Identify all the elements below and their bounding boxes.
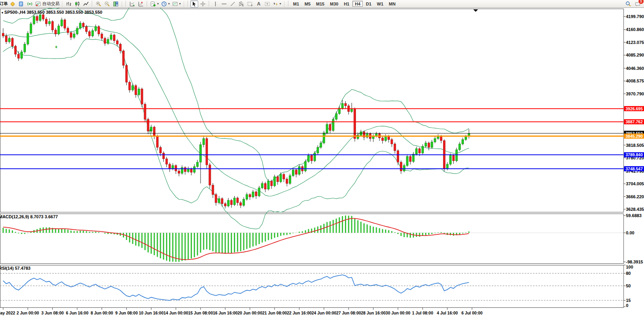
timeframe-H4[interactable]: H4 [352, 1, 363, 7]
signals-icon[interactable] [26, 0, 34, 7]
timeframe-MN[interactable]: MN [387, 1, 398, 7]
macd-panel[interactable] [0, 214, 624, 264]
timeframe-M15[interactable]: M15 [314, 1, 327, 7]
toolbar-separator [288, 1, 289, 7]
rsi-tick-label: 80 [626, 271, 631, 276]
candlestick-chart-icon[interactable] [73, 0, 81, 7]
timeframe-W1[interactable]: W1 [374, 1, 386, 7]
chevron-down-icon: ▼ [179, 2, 181, 5]
timeframe-H1[interactable]: H1 [341, 1, 352, 7]
price-box-3748.547: 3748.547 [624, 166, 644, 171]
time-tick-label: 27 Jun 08:00 [336, 311, 361, 315]
templates-icon[interactable]: ▼ [171, 0, 182, 7]
time-tick-label: 31 May 2022 [0, 311, 15, 315]
zoom-out-icon[interactable] [103, 0, 111, 7]
svg-text:A: A [257, 1, 261, 7]
macd-tick-label: 0.00 [626, 230, 634, 235]
chevron-down-icon: ▼ [168, 2, 170, 5]
notification-badge: 1 [638, 0, 644, 4]
chart-shift-icon[interactable] [137, 0, 145, 7]
timeframe-M5[interactable]: M5 [302, 1, 313, 7]
notifications-chat-icon[interactable]: 1 [635, 1, 641, 7]
timeframe-D1[interactable]: D1 [363, 1, 374, 7]
price-tick-label: 4199.790 [626, 14, 644, 19]
time-tick-label: 15 Jun 08:00 [188, 311, 213, 315]
price-tick-label: 3704.005 [626, 181, 644, 186]
price-tick-label: 3818.505 [626, 143, 644, 148]
plus-marker[interactable]: + [149, 128, 151, 133]
search-icon[interactable] [625, 1, 631, 7]
autotrading-label: 自动交易 [42, 1, 60, 7]
price-tick-label: 3666.220 [626, 194, 644, 199]
line-chart-icon[interactable] [82, 0, 90, 7]
price-box-3887.762: 3887.762 [624, 119, 644, 124]
zoom-in-icon[interactable] [95, 0, 102, 7]
time-tick-label: 24 Jun 00:00 [312, 311, 336, 315]
cursor-icon[interactable] [190, 0, 198, 7]
time-tick-label: 21 Jun 08:00 [262, 311, 287, 315]
price-box-3845.290: 3845.290 [624, 133, 644, 139]
channel-tool-icon[interactable]: F [246, 0, 254, 7]
rsi-tick-label: 15 [626, 298, 631, 303]
time-tick-label: 8 Jun 00:00 [91, 311, 113, 315]
time-tick-label: 6 Jul 00:00 [462, 311, 483, 315]
price-tick-label: 3970.790 [626, 91, 644, 96]
time-tick-label: 10 Jun 16:00 [139, 311, 164, 315]
price-tick-label: 4160.860 [626, 27, 644, 32]
svg-text:3789.840: 3789.840 [626, 152, 643, 157]
time-tick-label: 16 Jun 16:00 [213, 311, 237, 315]
chart-canvas[interactable]: ++4199.7904160.8604123.0754085.2904046.3… [0, 0, 644, 318]
price-box-3926.695: 3926.695 [624, 106, 644, 111]
fibonacci-tool-icon[interactable]: E [237, 0, 245, 7]
toolbar-separator [126, 1, 126, 7]
indicators-icon[interactable]: ▼ [150, 0, 160, 7]
plus-marker[interactable]: + [55, 44, 58, 50]
rsi-panel[interactable] [0, 265, 624, 308]
metaeditor-icon[interactable] [17, 0, 25, 7]
symbol-ohlc-label: ▾ SP500-,H4 3853.550 3853.550 3853.550 3… [2, 10, 102, 15]
time-axis: 31 May 20222 Jun 00:003 Jun 08:006 Jun 1… [0, 308, 483, 315]
toolbar-separator [209, 1, 210, 7]
toolbar-right-group: 1 [625, 1, 641, 7]
price-tick-label: 4085.290 [626, 53, 644, 57]
tile-windows-icon[interactable] [112, 0, 120, 7]
crosshair-icon[interactable] [199, 0, 207, 7]
vertical-line-tool-icon[interactable] [212, 0, 219, 7]
arrows-tool-icon[interactable]: ▼ [272, 0, 282, 7]
toolbar-grip [121, 1, 123, 7]
price-tick-label: 4123.075 [626, 40, 644, 45]
toolbar-separator [147, 1, 148, 7]
timeframe-M30[interactable]: M30 [328, 1, 341, 7]
time-tick-label: 3 Jun 08:00 [41, 311, 64, 315]
order-label[interactable]: 订单 [0, 1, 8, 7]
horizontal-line-tool-icon[interactable] [220, 0, 228, 7]
macd-tick-label: 59.6883 [626, 213, 642, 218]
time-tick-label: 20 Jun 00:00 [237, 311, 262, 315]
chevron-down-icon: ▼ [157, 2, 159, 5]
autotrading-button[interactable]: 自动交易 [35, 0, 60, 7]
symbol-dropdown-icon[interactable]: ▾ [2, 11, 3, 15]
label-tool-icon[interactable]: T [263, 0, 271, 7]
svg-text:E: E [242, 4, 244, 7]
auto-scroll-icon[interactable] [128, 0, 136, 7]
svg-text:3845.290: 3845.290 [626, 134, 643, 139]
time-tick-label: 30 Jun 00:00 [386, 311, 410, 315]
timeframe-group: M1M5M15M30H1H4D1W1MN [291, 1, 398, 7]
toolbar-grip [183, 1, 185, 7]
time-tick-label: 14 Jun 00:00 [164, 311, 188, 315]
trendline-tool-icon[interactable] [229, 0, 237, 7]
time-tick-label: 4 Jul 16:00 [437, 311, 458, 315]
time-tick-label: 9 Jun 08:00 [115, 311, 138, 315]
toolbar-separator [92, 1, 93, 7]
price-tick-label: 3628.435 [626, 207, 644, 212]
price-tick-label: 4008.575 [626, 79, 644, 83]
timeframe-M1[interactable]: M1 [291, 1, 301, 7]
bar-chart-icon[interactable] [65, 0, 73, 7]
svg-text:3887.762: 3887.762 [626, 119, 643, 124]
text-tool-icon[interactable]: A [255, 0, 263, 7]
time-tick-label: 28 Jun 16:00 [361, 311, 386, 315]
price-tick-label: 4046.360 [626, 66, 644, 71]
periods-icon[interactable]: ▼ [161, 0, 171, 7]
new-order-seal-icon[interactable] [9, 0, 16, 7]
macd-tick-label: -98.3915 [626, 260, 643, 264]
